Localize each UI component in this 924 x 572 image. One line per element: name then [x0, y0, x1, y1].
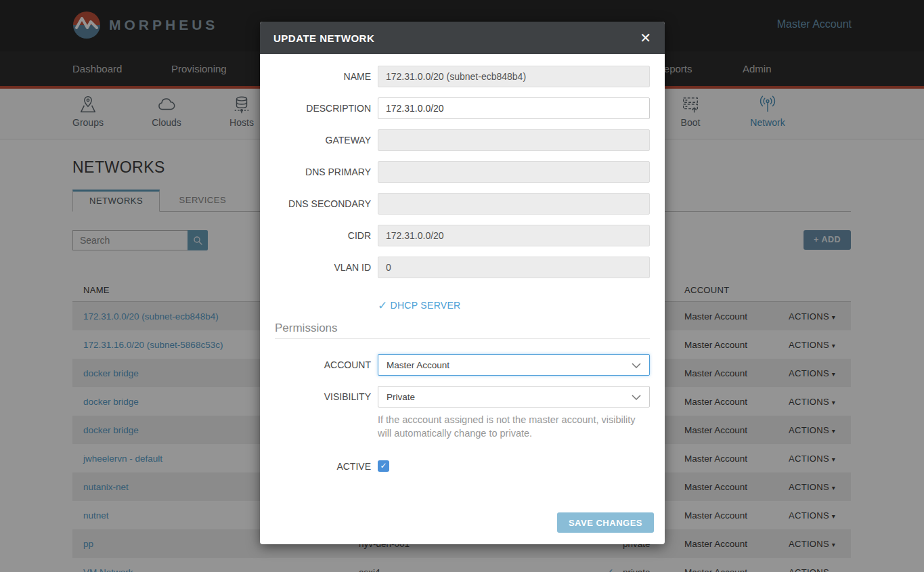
permissions-section-heading: Permissions: [275, 322, 650, 339]
check-icon: ✓: [380, 461, 387, 470]
modal-header: UPDATE NETWORK ✕: [260, 22, 665, 54]
gateway-field: [378, 129, 650, 151]
account-select-label: ACCOUNT: [275, 359, 371, 370]
cidr-field: [378, 225, 650, 246]
description-field[interactable]: [378, 97, 650, 119]
dhcp-server-toggle[interactable]: ✓ DHCP SERVER: [378, 299, 650, 312]
update-network-modal: UPDATE NETWORK ✕ NAME DESCRIPTION GATEWA…: [260, 22, 665, 544]
modal-body: NAME DESCRIPTION GATEWAY DNS PRIMARY DNS…: [260, 54, 665, 544]
chevron-down-icon: [632, 363, 641, 368]
dhcp-server-label: DHCP SERVER: [391, 300, 461, 311]
gateway-field-label: GATEWAY: [275, 135, 371, 146]
description-field-label: DESCRIPTION: [275, 103, 371, 114]
dns-primary-field-label: DNS PRIMARY: [275, 167, 371, 177]
modal-title: UPDATE NETWORK: [273, 32, 374, 44]
cidr-field-label: CIDR: [275, 230, 371, 241]
check-icon: ✓: [378, 299, 388, 313]
vlan-id-field: [378, 257, 650, 278]
chevron-down-icon: [632, 395, 641, 400]
name-field: [378, 66, 650, 87]
name-field-label: NAME: [275, 71, 371, 82]
app-window: MORPHEUS Master Account Dashboard Provis…: [0, 0, 924, 572]
visibility-help-text: If the acccount assigned is not the mast…: [378, 413, 651, 440]
visibility-select[interactable]: Private: [378, 386, 650, 408]
close-icon[interactable]: ✕: [640, 31, 651, 45]
dns-primary-field: [378, 161, 650, 183]
save-changes-button[interactable]: SAVE CHANGES: [557, 512, 654, 533]
dns-secondary-field-label: DNS SECONDARY: [275, 198, 371, 209]
dns-secondary-field: [378, 193, 650, 215]
account-select[interactable]: Master Account: [378, 354, 650, 376]
active-checkbox[interactable]: ✓: [378, 460, 389, 472]
visibility-select-label: VISIBILITY: [275, 391, 371, 402]
vlan-id-field-label: VLAN ID: [275, 262, 371, 273]
active-checkbox-label: ACTIVE: [275, 461, 371, 472]
